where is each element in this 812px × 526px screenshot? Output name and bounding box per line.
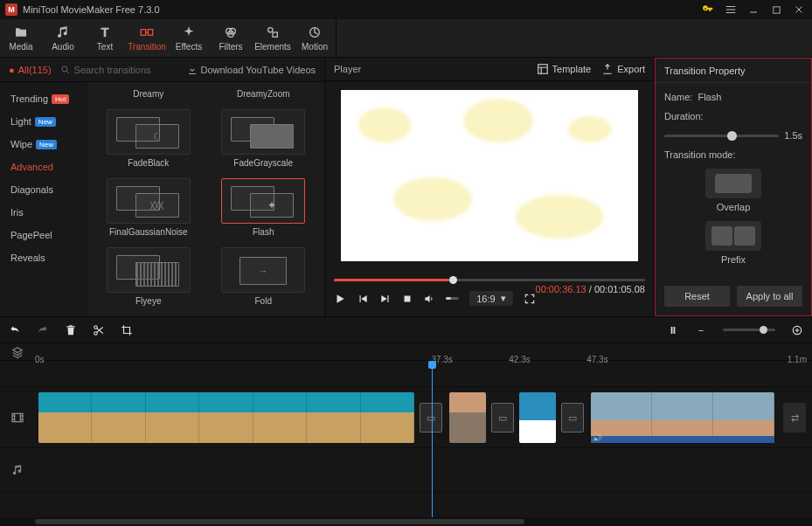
zoom-fit-button[interactable]: [791, 324, 803, 336]
prev-button[interactable]: [357, 293, 369, 305]
speed-icon[interactable]: [667, 324, 679, 336]
transition-item[interactable]: FadeGrayscale: [210, 106, 318, 171]
preview-canvas: [341, 90, 638, 261]
search-input[interactable]: Search transitions: [60, 65, 151, 75]
transition-item[interactable]: → Fold: [210, 244, 318, 309]
video-track[interactable]: ▭ ▭ ▭ 🔊 ⇄: [0, 387, 812, 448]
svg-rect-15: [12, 413, 23, 421]
tab-label: Media: [9, 42, 32, 52]
music-icon: [55, 24, 71, 40]
cat-iris[interactable]: Iris: [0, 201, 87, 224]
svg-rect-0: [773, 6, 779, 12]
volume-slider[interactable]: [446, 297, 459, 300]
aspect-select[interactable]: 16:9▾: [469, 291, 512, 306]
duration-slider[interactable]: [664, 135, 779, 137]
transition-clip[interactable]: ▭: [561, 403, 584, 433]
mode-prefix[interactable]: Prefix: [664, 221, 802, 265]
audio-track[interactable]: [0, 448, 812, 492]
menu-icon[interactable]: [723, 2, 739, 17]
category-list: TrendingHot LightNew WipeNew Advanced Di…: [0, 82, 87, 316]
split-button[interactable]: [93, 324, 105, 336]
playhead[interactable]: [432, 361, 433, 517]
apply-all-button[interactable]: Apply to all: [737, 286, 802, 307]
filters-icon: [223, 24, 239, 40]
timeline-clip[interactable]: 🔊: [591, 392, 774, 443]
transition-property-panel: Transition Property Name: Flash Duration…: [655, 58, 812, 316]
export-button[interactable]: Export: [601, 63, 645, 75]
player-title: Player: [334, 64, 361, 74]
svg-point-9: [62, 66, 67, 72]
cat-pagepeel[interactable]: PagePeel: [0, 224, 87, 246]
folder-icon: [13, 24, 29, 40]
video-track-icon: [0, 411, 35, 425]
layers-icon[interactable]: [0, 346, 35, 358]
key-icon[interactable]: [700, 2, 716, 17]
tab-label: Transition: [128, 42, 166, 52]
timeline-scrollbar[interactable]: [0, 517, 812, 526]
tab-text[interactable]: Text: [84, 19, 126, 57]
clip-audio-icon: 🔊: [593, 433, 602, 442]
template-button[interactable]: Template: [537, 63, 592, 75]
audio-track-icon: [0, 464, 35, 476]
transition-browser: ● All(115) Search transitions Download Y…: [0, 58, 325, 316]
progress-slider[interactable]: [334, 273, 645, 286]
tab-motion[interactable]: Motion: [294, 19, 336, 57]
svg-rect-7: [273, 32, 277, 37]
timeline-ruler[interactable]: 0s 37.3s 42.3s 47.3s 1.1m: [0, 343, 812, 361]
app-title: MiniTool MovieMaker Free 7.3.0: [23, 4, 160, 15]
tab-effects[interactable]: Effects: [168, 19, 210, 57]
tab-transition[interactable]: Transition: [126, 19, 168, 57]
transition-clip[interactable]: ▭: [491, 403, 514, 433]
svg-rect-1: [141, 30, 145, 36]
shapes-icon: [265, 24, 281, 40]
redo-button[interactable]: [37, 324, 49, 336]
tab-label: Motion: [302, 42, 328, 52]
minimize-button[interactable]: [746, 2, 761, 17]
props-title: Transition Property: [664, 66, 746, 76]
reset-button[interactable]: Reset: [664, 286, 730, 307]
close-button[interactable]: [791, 2, 807, 17]
duration-value: 1.5s: [784, 130, 802, 141]
transition-item[interactable]: ✦ Flash: [210, 175, 318, 240]
mode-label: Transition mode:: [664, 149, 736, 160]
tab-label: Elements: [254, 42, 291, 52]
zoom-out-button[interactable]: −: [695, 324, 707, 336]
tab-elements[interactable]: Elements: [252, 19, 294, 57]
tab-label: Effects: [176, 42, 202, 52]
zoom-slider[interactable]: [723, 329, 775, 331]
transition-item[interactable]: Flyeye: [94, 244, 203, 309]
timeline-clip[interactable]: [449, 392, 486, 443]
browser-count[interactable]: ● All(115): [9, 65, 52, 75]
module-tabs: Media Audio Text Transition Effects Filt…: [0, 19, 812, 58]
cat-diagonals[interactable]: Diagonals: [0, 178, 87, 201]
tab-audio[interactable]: Audio: [42, 19, 84, 57]
crop-button[interactable]: [121, 324, 133, 336]
next-button[interactable]: [379, 293, 392, 305]
stop-button[interactable]: [402, 293, 413, 305]
maximize-button[interactable]: [768, 2, 784, 17]
delete-button[interactable]: [65, 324, 77, 336]
play-button[interactable]: [334, 293, 346, 305]
cat-light[interactable]: LightNew: [0, 110, 87, 133]
cat-reveals[interactable]: Reveals: [0, 246, 87, 269]
tab-media[interactable]: Media: [0, 19, 42, 57]
transition-item[interactable]: Dreamy: [94, 86, 203, 102]
timeline-clip[interactable]: [38, 392, 414, 443]
download-youtube-link[interactable]: Download YouTube Videos: [187, 65, 316, 75]
cat-advanced[interactable]: Advanced: [0, 156, 87, 178]
volume-icon[interactable]: [423, 293, 435, 305]
swap-icon[interactable]: ⇄: [783, 403, 806, 433]
motion-icon: [307, 24, 323, 40]
undo-button[interactable]: [9, 324, 21, 336]
mode-overlap[interactable]: Overlap: [664, 169, 802, 212]
transition-item[interactable]: ☾ FadeBlack: [94, 106, 203, 171]
transition-item[interactable]: ╳╳╳ FinalGaussianNoise: [94, 175, 203, 240]
timeline-clip[interactable]: [519, 392, 556, 443]
fullscreen-button[interactable]: [524, 293, 536, 305]
tab-filters[interactable]: Filters: [210, 19, 252, 57]
cat-wipe[interactable]: WipeNew: [0, 133, 87, 156]
duration-label: Duration:: [664, 111, 704, 121]
cat-trending[interactable]: TrendingHot: [0, 87, 87, 110]
timeline-panel: − 0s 37.3s 42.3s 47.3s 1.1m ▭: [0, 316, 812, 526]
transition-item[interactable]: DreamyZoom: [210, 86, 318, 102]
